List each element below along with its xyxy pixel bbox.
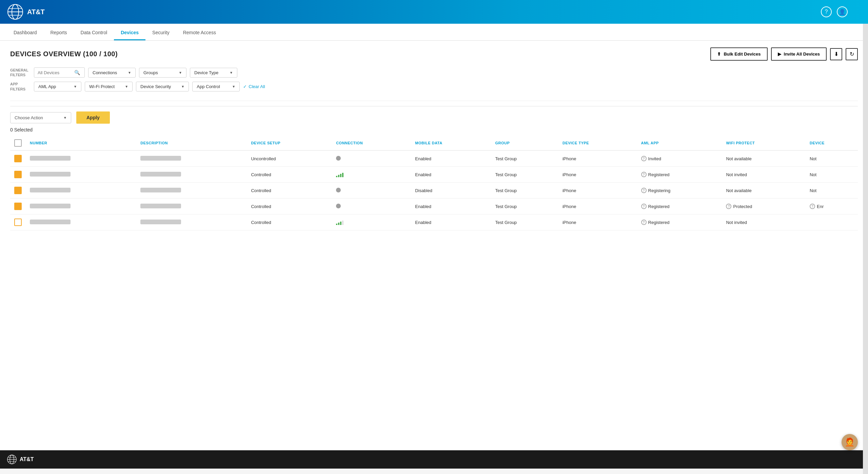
row-aml-app: ? Invited (637, 150, 722, 167)
row-checkbox[interactable] (14, 155, 22, 162)
logo-area: AT&T (7, 3, 45, 20)
question-icon: ? (641, 220, 647, 225)
row-device-setup: Controlled (247, 214, 332, 230)
row-checkbox-cell[interactable] (10, 150, 26, 167)
send-icon: ▶ (778, 51, 781, 57)
check-icon: ✓ (243, 84, 247, 89)
row-connection (332, 183, 411, 199)
connections-dropdown[interactable]: Connections ▼ (88, 68, 136, 78)
nav-remote-access[interactable]: Remote Access (176, 26, 223, 40)
general-filters-label: GENERALFILTERS (10, 68, 31, 78)
row-checkbox[interactable] (14, 219, 22, 226)
help-button[interactable]: ? (821, 6, 832, 17)
apply-button[interactable]: Apply (76, 111, 110, 124)
row-aml-app: ? Registered (637, 199, 722, 214)
nav-dashboard[interactable]: Dashboard (7, 26, 44, 40)
invite-all-button[interactable]: ▶ Invite All Devices (771, 47, 827, 61)
all-devices-search[interactable]: 🔍 (34, 67, 85, 78)
user-icon: 👤 (839, 9, 846, 15)
col-number: NUMBER (26, 136, 136, 150)
chevron-down-icon: ▼ (63, 116, 67, 120)
groups-dropdown[interactable]: Groups ▼ (139, 68, 186, 78)
blurred-number (30, 172, 71, 177)
connection-dot-icon (336, 204, 341, 208)
row-group: Test Group (491, 183, 558, 199)
row-connection (332, 214, 411, 230)
nav-data-control[interactable]: Data Control (74, 26, 114, 40)
aml-app-dropdown[interactable]: AML App ▼ (34, 82, 81, 91)
row-checkbox-cell[interactable] (10, 183, 26, 199)
nav-reports[interactable]: Reports (44, 26, 74, 40)
choose-action-select[interactable]: Choose Action ▼ (10, 112, 71, 123)
app-control-dropdown[interactable]: App Control ▼ (192, 82, 240, 91)
user-button[interactable]: 👤 (837, 6, 848, 17)
row-group: Test Group (491, 167, 558, 183)
refresh-button[interactable]: ↻ (846, 48, 858, 60)
app-header: AT&T ? 👤 (0, 0, 868, 24)
col-aml-app: AML APP (637, 136, 722, 150)
device-security-dropdown[interactable]: Device Security ▼ (136, 82, 189, 91)
signal-bars-icon (336, 172, 407, 177)
footer-brand-name: AT&T (20, 456, 34, 462)
search-icon: 🔍 (74, 70, 80, 75)
row-description (136, 183, 247, 199)
row-device-type: iPhone (558, 150, 637, 167)
table-row: Controlled Enabled Test Group iPhone (10, 214, 858, 230)
row-checkbox-cell[interactable] (10, 199, 26, 214)
col-mobile-data: MOBILE DATA (411, 136, 491, 150)
row-mobile-data: Enabled (411, 214, 491, 230)
row-device-security: Not (806, 183, 858, 199)
row-checkbox[interactable] (14, 171, 22, 178)
action-bar: Choose Action ▼ Apply (10, 111, 858, 124)
row-device-setup: Uncontrolled (247, 150, 332, 167)
row-checkbox-cell[interactable] (10, 167, 26, 183)
col-wifi-protect: WIFI PROTECT (722, 136, 806, 150)
nav-devices[interactable]: Devices (114, 26, 145, 40)
select-all-checkbox[interactable] (14, 139, 22, 147)
row-checkbox[interactable] (14, 203, 22, 210)
page-header: DEVICES OVERVIEW (100 / 100) ⬆ Bulk Edit… (10, 47, 858, 61)
row-wifi-protect: Not available (722, 183, 806, 199)
row-number (26, 183, 136, 199)
blurred-number (30, 220, 71, 224)
nav-security[interactable]: Security (145, 26, 176, 40)
blurred-description (140, 188, 181, 192)
question-icon: ? (641, 172, 647, 177)
upload-icon: ⬆ (717, 51, 721, 57)
row-mobile-data: Enabled (411, 150, 491, 167)
device-type-dropdown[interactable]: Device Type ▼ (190, 68, 237, 78)
row-connection (332, 150, 411, 167)
chat-bubble[interactable]: 🧑‍🦰 (842, 434, 858, 450)
question-icon: ? (641, 204, 647, 209)
connection-dot-icon (336, 188, 341, 192)
question-icon: ? (810, 204, 815, 209)
table-header-row: NUMBER DESCRIPTION DEVICE SETUP CONNECTI… (10, 136, 858, 150)
main-nav: Dashboard Reports Data Control Devices S… (0, 24, 868, 41)
table-row: Controlled Enabled Test Group iPhone ? R… (10, 199, 858, 214)
row-checkbox-cell[interactable] (10, 214, 26, 230)
download-icon: ⬇ (834, 51, 839, 57)
select-all-column (10, 136, 26, 150)
row-device-setup: Controlled (247, 183, 332, 199)
col-connection: CONNECTION (332, 136, 411, 150)
download-button[interactable]: ⬇ (830, 48, 842, 60)
chevron-down-icon: ▼ (181, 85, 184, 88)
blurred-description (140, 204, 181, 208)
row-device-security (806, 214, 858, 230)
blurred-number (30, 188, 71, 192)
brand-name: AT&T (27, 8, 45, 16)
signal-bars-icon (336, 220, 407, 225)
question-icon: ? (726, 204, 731, 209)
row-aml-app: ? Registering (637, 183, 722, 199)
bulk-edit-button[interactable]: ⬆ Bulk Edit Devices (710, 47, 767, 61)
blurred-number (30, 204, 71, 208)
row-checkbox[interactable] (14, 187, 22, 194)
question-icon: ? (641, 156, 647, 161)
clear-all-button[interactable]: ✓ Clear All (243, 84, 265, 89)
search-input[interactable] (38, 70, 72, 75)
row-group: Test Group (491, 150, 558, 167)
col-description: DESCRIPTION (136, 136, 247, 150)
row-device-setup: Controlled (247, 199, 332, 214)
app-filter-row: APPFILTERS AML App ▼ Wi-Fi Protect ▼ Dev… (10, 82, 858, 91)
wifi-protect-dropdown[interactable]: Wi-Fi Protect ▼ (85, 82, 133, 91)
